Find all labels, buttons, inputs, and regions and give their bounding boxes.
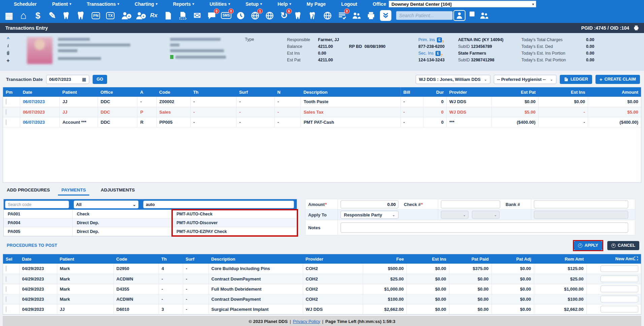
tab-adjustments[interactable]: ADJUSTMENTS xyxy=(101,187,135,195)
select-procedure-checkbox[interactable] xyxy=(6,286,6,292)
collapse-panel-icon[interactable]: ^ xyxy=(5,36,11,41)
apply-to-select[interactable]: Responsible Party⌄ xyxy=(341,211,398,219)
notes-icon[interactable] xyxy=(161,9,175,22)
transaction-date-label: Transaction Date xyxy=(6,77,43,82)
time-clock-icon[interactable] xyxy=(234,9,248,22)
new-amount-input[interactable] xyxy=(601,286,638,292)
payment-code-row[interactable]: PA005Direct Dep.PMT-AUTO-EZPAY Check xyxy=(4,227,297,236)
payment-code-row[interactable]: PA004Direct Dep.PMT-AUTO-Discover xyxy=(4,218,297,227)
scheduler-calendar-icon[interactable]: ▦ xyxy=(2,9,16,22)
patient-recall-icon[interactable]: ↻6 xyxy=(277,9,291,22)
tooth-chart-icon[interactable] xyxy=(60,9,74,22)
menu-patient[interactable]: Patient▾ xyxy=(44,1,79,7)
patient-search-icon[interactable] xyxy=(453,10,465,21)
check-number-input[interactable] xyxy=(441,200,500,208)
amount-input[interactable] xyxy=(341,200,398,208)
menu-charting[interactable]: Charting▾ xyxy=(127,1,165,7)
payment-code-row[interactable]: PA001CheckPMT-AUTO-Check xyxy=(4,210,297,218)
select-procedure-checkbox[interactable] xyxy=(6,276,6,282)
print-icon[interactable] xyxy=(364,9,378,22)
cancel-button[interactable]: ✕CANCEL xyxy=(607,241,639,250)
secondary-insurance-link[interactable]: Sec. InsE? xyxy=(418,51,458,56)
payment-description-search-input[interactable] xyxy=(143,201,294,208)
row-checkbox[interactable] xyxy=(6,109,6,115)
bank-number-input[interactable] xyxy=(534,200,628,208)
primary-insurance-link[interactable]: Prim. InsE? xyxy=(418,37,458,42)
tooth-2-icon[interactable]: 2 xyxy=(306,9,320,22)
create-claim-button[interactable]: +CREATE CLAIM xyxy=(595,75,640,84)
prescriptions-rx-icon[interactable]: Rx xyxy=(147,9,161,22)
privacy-policy-link[interactable]: Privacy Policy xyxy=(293,319,320,324)
notes-input[interactable] xyxy=(341,223,628,233)
patient-side-tools: ^ i + xyxy=(5,36,11,63)
select-procedure-checkbox[interactable] xyxy=(6,296,6,302)
tab-add-procedures[interactable]: ADD PROCEDURES xyxy=(7,187,50,195)
new-amount-input[interactable] xyxy=(601,296,638,302)
menu-logout[interactable]: Logout xyxy=(333,1,365,7)
collapse-toolbar-icon[interactable] xyxy=(380,10,391,21)
family-search-icon[interactable] xyxy=(477,9,491,22)
patient-photo[interactable] xyxy=(27,37,53,64)
new-amount-input[interactable] xyxy=(601,275,638,282)
task-list-icon[interactable]: 0 xyxy=(335,9,349,22)
row-checkbox[interactable] xyxy=(6,99,6,105)
hygienist-select[interactable]: -- Preferred Hygienist --⌄ xyxy=(494,75,556,84)
mail-merge-icon[interactable]: ✉ xyxy=(190,9,204,22)
menu-reports[interactable]: Reports▾ xyxy=(165,1,202,7)
messages-icon[interactable]: 0 xyxy=(205,9,219,22)
transaction-date-link[interactable]: 06/07/2023 xyxy=(20,97,60,107)
treatment-plan-tx-icon[interactable]: TX xyxy=(103,9,117,22)
search-patient-input[interactable] xyxy=(396,11,453,20)
card-type-select[interactable]: ⌄ xyxy=(441,211,469,219)
type-label: Type xyxy=(245,37,254,42)
tab-payments[interactable]: PAYMENTS xyxy=(58,187,89,196)
menu-help[interactable]: Help▾ xyxy=(270,1,299,7)
menu-setup[interactable]: Setup▾ xyxy=(238,1,270,7)
payment-code-search-input[interactable] xyxy=(5,201,69,208)
transaction-date-link[interactable]: 06/07/2023 xyxy=(20,107,60,117)
office-select[interactable]: Downey Dental Center [104] ▾ xyxy=(389,1,536,7)
web-pointer-icon[interactable] xyxy=(321,9,334,22)
menu-transactions[interactable]: Transactions▾ xyxy=(79,1,127,7)
menu-my-page[interactable]: My Page xyxy=(299,1,333,7)
attachment-icon[interactable] xyxy=(5,51,11,56)
secondary-phone: 124-134-3243 xyxy=(418,58,458,62)
online-scheduling-icon[interactable]: 1 xyxy=(248,9,262,22)
web-patient-icon[interactable] xyxy=(263,9,277,22)
print-page-icon[interactable] xyxy=(633,25,639,31)
scan-documents-icon[interactable] xyxy=(176,9,190,22)
transaction-date-input[interactable]: 06/07/2023 ▦ xyxy=(46,75,89,84)
sms-icon[interactable]: SMS0 xyxy=(219,9,233,22)
progress-notes-pn-icon[interactable]: PN xyxy=(89,9,103,22)
perio-chart-icon[interactable] xyxy=(74,9,88,22)
expand-column-icon[interactable] xyxy=(634,256,638,262)
chart-edit-icon[interactable]: ✎ xyxy=(45,9,59,22)
menu-utilities[interactable]: Utilities▾ xyxy=(202,1,238,7)
menu-scheduler[interactable]: Scheduler xyxy=(6,1,44,7)
go-button[interactable]: GO xyxy=(93,75,107,84)
ledger-button[interactable]: LEDGER xyxy=(560,75,592,84)
provider-select[interactable]: WJ DDS : Jones, William DDS⌄ xyxy=(416,75,490,84)
eligibility-icon[interactable]: E? xyxy=(436,51,441,56)
calendar-icon[interactable]: ▦ xyxy=(82,77,86,82)
add-guarantor-icon[interactable]: + xyxy=(132,9,146,22)
apply-button[interactable]: ✓APPLY xyxy=(574,241,602,250)
select-procedure-checkbox[interactable] xyxy=(6,266,6,271)
add-patient-icon[interactable]: + xyxy=(118,9,132,22)
payment-type-filter-select[interactable]: All⌄ xyxy=(74,201,138,208)
patient-info-icon[interactable]: i xyxy=(5,43,11,49)
family-group-icon[interactable] xyxy=(350,9,363,22)
select-procedure-checkbox[interactable] xyxy=(6,306,6,312)
transaction-row: 06/07/2023 Account ***DDC RPP005 -- -PMT… xyxy=(3,117,641,127)
payments-dollar-icon[interactable]: $ xyxy=(31,9,45,22)
home-icon[interactable]: ⌂ xyxy=(17,9,30,22)
add-icon[interactable]: + xyxy=(5,58,11,63)
new-amount-input[interactable] xyxy=(601,265,638,272)
new-amount-input[interactable] xyxy=(601,306,638,313)
row-checkbox[interactable] xyxy=(6,119,6,125)
search-filter-checkbox[interactable] xyxy=(470,11,475,17)
card-subtype-select[interactable]: ⌄ xyxy=(472,211,500,219)
tooth-box-icon[interactable] xyxy=(292,9,305,22)
eligibility-icon[interactable]: E? xyxy=(437,37,442,42)
transaction-date-link[interactable]: 06/07/2023 xyxy=(20,117,60,127)
